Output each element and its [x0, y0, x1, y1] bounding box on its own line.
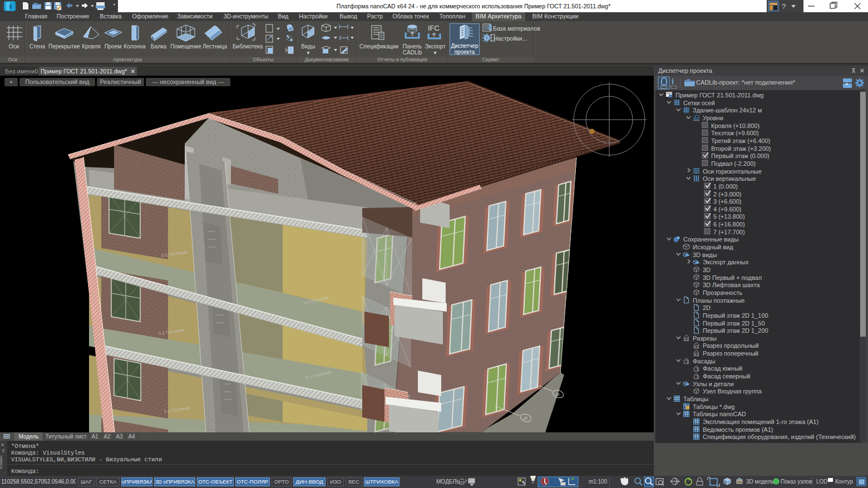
svg-text:IFC: IFC [428, 24, 440, 32]
svg-text:?: ? [782, 2, 786, 11]
svg-text:DWG: DWG [667, 92, 672, 95]
svg-text:i: i [672, 77, 674, 86]
